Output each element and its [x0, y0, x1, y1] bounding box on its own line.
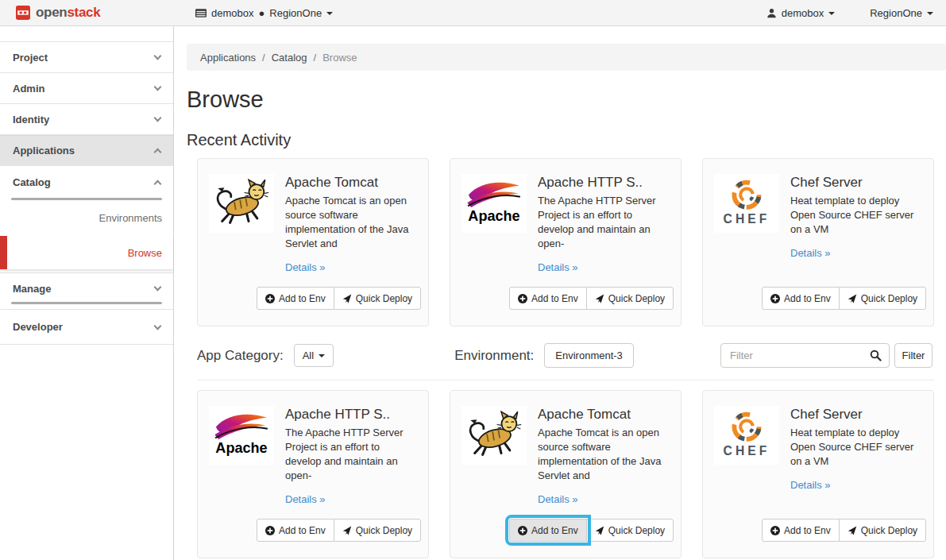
card-actions: Add to Env Quick Deploy	[762, 519, 926, 542]
breadcrumb-catalog[interactable]: Catalog	[272, 52, 307, 64]
quick-deploy-label: Quick Deploy	[356, 293, 412, 304]
details-link[interactable]: Details »	[285, 493, 326, 505]
quick-deploy-button[interactable]: Quick Deploy	[839, 519, 926, 542]
add-to-env-label: Add to Env	[784, 525, 831, 536]
add-to-env-button[interactable]: Add to Env	[762, 519, 840, 542]
add-to-env-button[interactable]: Add to Env	[509, 287, 587, 310]
openstack-brand[interactable]: openstack	[0, 5, 174, 21]
app-card-description: Heat template to deploy Open Source CHEF…	[790, 426, 921, 469]
sidebar-item-browse[interactable]: Browse	[0, 236, 173, 269]
add-to-env-label: Add to Env	[531, 525, 578, 536]
quick-deploy-label: Quick Deploy	[861, 293, 917, 304]
app-card-apache-tomcat: Apache Tomcat Apache Tomcat is an open s…	[450, 390, 682, 558]
rocket-icon	[848, 526, 857, 535]
chevron-down-icon	[154, 114, 162, 122]
sidebar-item-label: Developer	[13, 321, 63, 333]
sidebar-item-label: Admin	[13, 83, 44, 95]
top-navbar: openstack demobox ● RegionOne demobox Re…	[0, 0, 946, 26]
sidebar-group-separator	[0, 269, 173, 273]
filter-input[interactable]	[720, 343, 890, 368]
chef-logo-icon: CHEF	[717, 177, 776, 230]
svg-text:Apache: Apache	[215, 440, 267, 456]
quick-deploy-button[interactable]: Quick Deploy	[334, 519, 421, 542]
card-actions: Add to Env Quick Deploy	[509, 519, 674, 542]
app-card-chef-server: CHEF Chef Server Heat template to deploy…	[702, 390, 934, 558]
plus-circle-icon	[265, 294, 275, 303]
plus-circle-icon	[265, 526, 275, 535]
filter-search	[720, 343, 890, 368]
tomcat-logo-icon	[213, 178, 270, 229]
breadcrumb: Applications / Catalog / Browse	[187, 44, 946, 71]
sidebar-item-catalog[interactable]: Catalog	[0, 166, 173, 198]
breadcrumb-browse: Browse	[322, 52, 357, 64]
app-card-apache-http: Apache Apache HTTP S.. The Apache HTTP S…	[450, 158, 682, 326]
sidebar-item-admin[interactable]: Admin	[0, 73, 173, 104]
sidebar-item-project[interactable]: Project	[0, 42, 173, 73]
sidebar-item-identity[interactable]: Identity	[0, 104, 173, 135]
recent-activity-row: Apache Tomcat Apache Tomcat is an open s…	[197, 158, 946, 326]
details-link[interactable]: Details »	[790, 479, 831, 491]
sidebar-item-label: Manage	[13, 283, 51, 295]
details-link[interactable]: Details »	[790, 247, 831, 259]
user-menu[interactable]: demobox	[766, 7, 835, 19]
rocket-icon	[595, 294, 604, 303]
details-link[interactable]: Details »	[538, 493, 578, 505]
sidebar-item-label: Browse	[128, 247, 162, 259]
chevron-up-icon	[154, 180, 162, 187]
add-to-env-button[interactable]: Add to Env	[762, 287, 840, 310]
svg-text:CHEF: CHEF	[724, 444, 770, 458]
region-menu[interactable]: RegionOne	[870, 7, 933, 19]
openstack-logo-icon	[16, 6, 30, 20]
filter-button[interactable]: Filter	[894, 343, 932, 368]
card-actions: Add to Env Quick Deploy	[509, 287, 674, 310]
app-category-dropdown[interactable]: All	[294, 344, 334, 367]
search-icon[interactable]	[870, 350, 882, 361]
brand-wordmark: openstack	[36, 5, 100, 21]
sidebar-item-applications[interactable]: Applications	[0, 135, 173, 166]
quick-deploy-label: Quick Deploy	[861, 525, 917, 536]
chevron-down-icon	[326, 12, 333, 15]
add-to-env-label: Add to Env	[279, 293, 326, 304]
add-to-env-button[interactable]: Add to Env	[257, 519, 334, 542]
quick-deploy-button[interactable]: Quick Deploy	[334, 287, 421, 310]
page-title: Browse	[187, 87, 946, 113]
breadcrumb-applications[interactable]: Applications	[200, 52, 256, 64]
project-region-switcher[interactable]: demobox ● RegionOne	[195, 7, 333, 19]
app-card-title: Apache Tomcat	[285, 174, 415, 191]
add-to-env-button-highlighted[interactable]: Add to Env	[509, 519, 587, 542]
browse-cards-row: Apache Apache HTTP S.. The Apache HTTP S…	[197, 390, 946, 558]
app-category-value: All	[303, 350, 314, 361]
chevron-up-icon	[154, 149, 162, 156]
app-card-description: Heat template to deploy Open Source CHEF…	[790, 194, 921, 237]
quick-deploy-button[interactable]: Quick Deploy	[586, 519, 674, 542]
add-to-env-label: Add to Env	[784, 293, 831, 304]
details-link[interactable]: Details »	[538, 261, 578, 273]
quick-deploy-label: Quick Deploy	[608, 293, 665, 304]
sidebar-item-developer[interactable]: Developer	[0, 310, 173, 345]
app-card-title: Apache HTTP S..	[538, 174, 668, 191]
app-card-chef-server: CHEF Chef Server Heat template to deploy…	[702, 158, 934, 326]
sidebar-item-label: Identity	[13, 114, 49, 126]
plus-circle-icon	[518, 526, 527, 535]
tomcat-logo-icon	[465, 410, 523, 461]
details-link[interactable]: Details »	[285, 261, 326, 273]
app-card-title: Chef Server	[790, 406, 921, 423]
add-to-env-label: Add to Env	[531, 293, 578, 304]
quick-deploy-button[interactable]: Quick Deploy	[839, 287, 926, 310]
app-card-apache-http: Apache Apache HTTP S.. The Apache HTTP S…	[197, 390, 429, 558]
chef-logo-icon: CHEF	[717, 409, 776, 462]
app-card-description: Apache Tomcat is an open source software…	[285, 194, 415, 251]
sidebar-item-environments[interactable]: Environments	[0, 200, 173, 236]
environment-button[interactable]: Environment-3	[544, 343, 634, 368]
rocket-icon	[342, 294, 352, 303]
context-project-name: demobox	[211, 7, 253, 19]
environment-value: Environment-3	[555, 350, 623, 361]
breadcrumb-separator: /	[262, 52, 265, 64]
quick-deploy-label: Quick Deploy	[608, 525, 665, 536]
quick-deploy-button[interactable]: Quick Deploy	[586, 287, 674, 310]
add-to-env-button[interactable]: Add to Env	[257, 287, 334, 310]
main-content: Applications / Catalog / Browse Browse R…	[174, 26, 946, 560]
sidebar-item-manage[interactable]: Manage	[0, 275, 173, 302]
app-logo-box	[209, 174, 274, 233]
app-card-description: The Apache HTTP Server Project is an eff…	[285, 426, 415, 483]
